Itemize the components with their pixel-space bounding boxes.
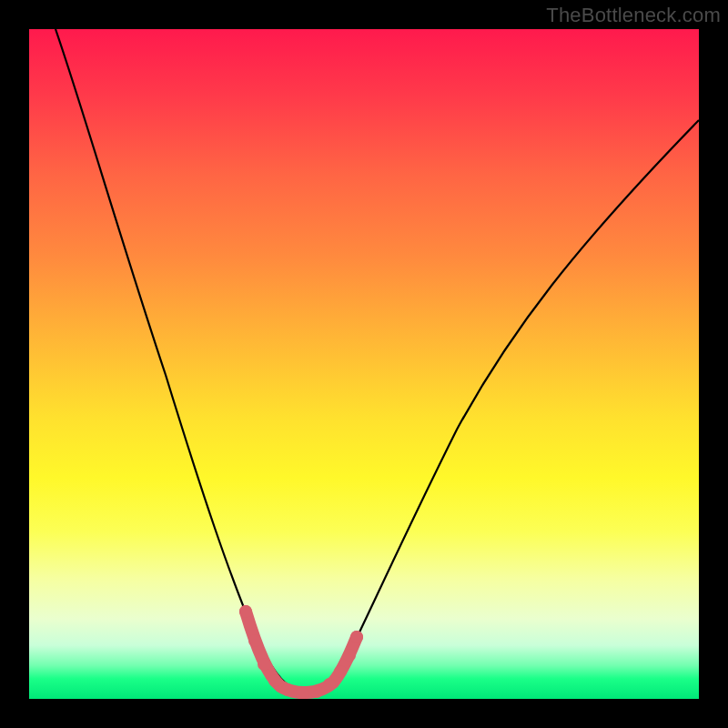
svg-point-8 bbox=[334, 665, 347, 678]
svg-point-3 bbox=[268, 674, 281, 687]
chart-plot-area bbox=[29, 29, 699, 699]
watermark-text: TheBottleneck.com bbox=[546, 4, 721, 27]
svg-point-9 bbox=[343, 649, 356, 662]
highlight-segment bbox=[246, 612, 357, 693]
chart-frame: TheBottleneck.com bbox=[0, 0, 728, 728]
svg-point-0 bbox=[239, 605, 252, 618]
svg-point-4 bbox=[281, 683, 294, 696]
chart-svg bbox=[29, 29, 699, 699]
svg-point-10 bbox=[350, 631, 363, 643]
bottleneck-curve bbox=[56, 29, 699, 691]
svg-point-7 bbox=[323, 678, 336, 691]
svg-point-6 bbox=[310, 685, 323, 698]
svg-point-2 bbox=[258, 658, 270, 671]
svg-point-1 bbox=[248, 634, 261, 647]
